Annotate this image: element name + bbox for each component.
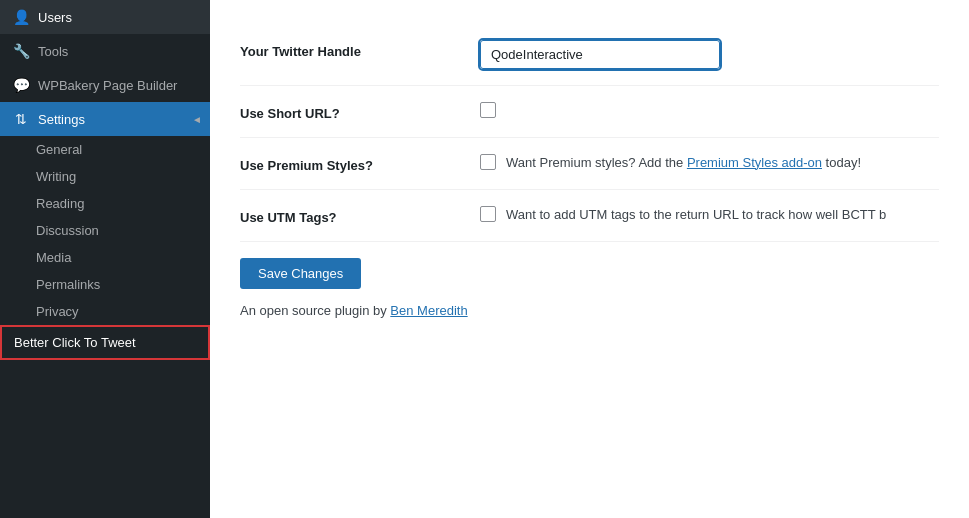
short-url-checkbox[interactable] bbox=[480, 102, 496, 118]
sidebar-item-users[interactable]: 👤 Users bbox=[0, 0, 210, 34]
wpbakery-icon: 💬 bbox=[12, 76, 30, 94]
submenu-label: Reading bbox=[36, 196, 84, 211]
utm-tags-checkbox[interactable] bbox=[480, 206, 496, 222]
settings-icon: ⇅ bbox=[12, 110, 30, 128]
utm-tags-row: Use UTM Tags? Want to add UTM tags to th… bbox=[240, 190, 939, 242]
sidebar-item-media[interactable]: Media bbox=[0, 244, 210, 271]
twitter-handle-label: Your Twitter Handle bbox=[240, 40, 480, 59]
utm-tags-label: Use UTM Tags? bbox=[240, 206, 480, 225]
premium-styles-label: Use Premium Styles? bbox=[240, 154, 480, 173]
content-panel: Your Twitter Handle Use Short URL? Use P… bbox=[210, 0, 969, 518]
twitter-handle-row: Your Twitter Handle bbox=[240, 24, 939, 86]
main-content: Your Twitter Handle Use Short URL? Use P… bbox=[210, 0, 969, 518]
sidebar-item-tools[interactable]: 🔧 Tools bbox=[0, 34, 210, 68]
premium-styles-row: Use Premium Styles? Want Premium styles?… bbox=[240, 138, 939, 190]
submenu-label: Permalinks bbox=[36, 277, 100, 292]
sidebar: 👤 Users 🔧 Tools 💬 WPBakery Page Builder … bbox=[0, 0, 210, 518]
sidebar-item-settings[interactable]: ⇅ Settings bbox=[0, 102, 210, 136]
premium-styles-link[interactable]: Premium Styles add-on bbox=[687, 155, 822, 170]
utm-tags-field: Want to add UTM tags to the return URL t… bbox=[480, 206, 939, 222]
ben-meredith-link[interactable]: Ben Meredith bbox=[390, 303, 467, 318]
submenu-label: Privacy bbox=[36, 304, 79, 319]
settings-submenu: General Writing Reading Discussion Media… bbox=[0, 136, 210, 325]
users-icon: 👤 bbox=[12, 8, 30, 26]
sidebar-item-writing[interactable]: Writing bbox=[0, 163, 210, 190]
tools-icon: 🔧 bbox=[12, 42, 30, 60]
sidebar-item-permalinks[interactable]: Permalinks bbox=[0, 271, 210, 298]
sidebar-item-reading[interactable]: Reading bbox=[0, 190, 210, 217]
save-section: Save Changes bbox=[240, 250, 939, 289]
twitter-handle-field bbox=[480, 40, 939, 69]
utm-tags-description: Want to add UTM tags to the return URL t… bbox=[506, 207, 886, 222]
sidebar-item-discussion[interactable]: Discussion bbox=[0, 217, 210, 244]
sidebar-item-label: Tools bbox=[38, 44, 68, 59]
submenu-label: General bbox=[36, 142, 82, 157]
sidebar-item-label: Settings bbox=[38, 112, 85, 127]
bctt-label: Better Click To Tweet bbox=[14, 335, 136, 350]
sidebar-item-bctt[interactable]: Better Click To Tweet bbox=[0, 325, 210, 360]
short-url-field bbox=[480, 102, 939, 118]
plugin-credit: An open source plugin by Ben Meredith bbox=[240, 303, 939, 318]
sidebar-item-label: WPBakery Page Builder bbox=[38, 78, 177, 93]
submenu-label: Writing bbox=[36, 169, 76, 184]
sidebar-item-general[interactable]: General bbox=[0, 136, 210, 163]
premium-styles-field: Want Premium styles? Add the Premium Sty… bbox=[480, 154, 939, 170]
submenu-label: Discussion bbox=[36, 223, 99, 238]
premium-styles-checkbox[interactable] bbox=[480, 154, 496, 170]
sidebar-item-label: Users bbox=[38, 10, 72, 25]
submenu-label: Media bbox=[36, 250, 71, 265]
sidebar-item-privacy[interactable]: Privacy bbox=[0, 298, 210, 325]
twitter-handle-input[interactable] bbox=[480, 40, 720, 69]
sidebar-item-wpbakery[interactable]: 💬 WPBakery Page Builder bbox=[0, 68, 210, 102]
short-url-label: Use Short URL? bbox=[240, 102, 480, 121]
save-changes-button[interactable]: Save Changes bbox=[240, 258, 361, 289]
short-url-row: Use Short URL? bbox=[240, 86, 939, 138]
premium-styles-description: Want Premium styles? Add the Premium Sty… bbox=[506, 155, 861, 170]
